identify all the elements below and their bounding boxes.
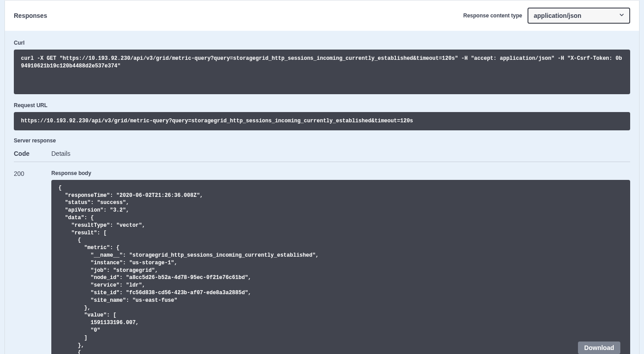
request-url-label: Request URL <box>14 102 630 108</box>
responses-header: Responses Response content type applicat… <box>5 0 639 31</box>
details-column-header: Details <box>51 150 630 157</box>
details-cell: Response body { "responseTime": "2020-06… <box>51 170 630 354</box>
responses-panel: Responses Response content type applicat… <box>4 0 640 354</box>
code-column-header: Code <box>14 150 51 157</box>
content-type-block: Response content type application/json <box>463 8 630 24</box>
response-body-wrap: { "responseTime": "2020-06-02T21:26:36.0… <box>51 180 630 354</box>
content-type-select[interactable]: application/json <box>528 8 629 23</box>
response-row: 200 Response body { "responseTime": "202… <box>14 170 630 354</box>
content-type-select-wrap[interactable]: application/json <box>528 8 630 24</box>
curl-label: Curl <box>14 40 630 46</box>
curl-command[interactable]: curl -X GET "https://10.193.92.230/api/v… <box>14 50 630 94</box>
download-button[interactable]: Download <box>578 342 620 354</box>
server-response-label: Server response <box>14 137 630 144</box>
responses-title: Responses <box>14 12 463 19</box>
responses-body: Curl curl -X GET "https://10.193.92.230/… <box>5 31 639 354</box>
response-table-head: Code Details <box>14 150 630 162</box>
status-code: 200 <box>14 170 51 354</box>
response-body[interactable]: { "responseTime": "2020-06-02T21:26:36.0… <box>51 180 630 354</box>
request-url-value[interactable]: https://10.193.92.230/api/v3/grid/metric… <box>14 112 630 130</box>
content-type-label: Response content type <box>463 12 522 19</box>
response-body-label: Response body <box>51 170 630 176</box>
